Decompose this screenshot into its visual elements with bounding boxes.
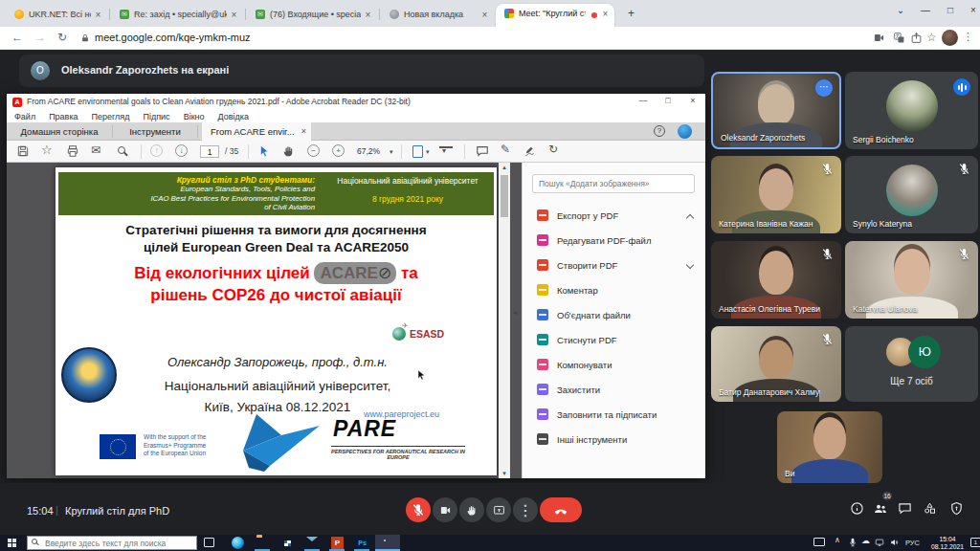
tool-compose[interactable]: Компонувати [523, 354, 706, 378]
acrobat-minimize-button[interactable]: — [631, 94, 656, 109]
start-button[interactable] [8, 539, 16, 547]
zoom-level-dropdown[interactable]: 67,2% [357, 146, 380, 156]
chat-icon[interactable] [898, 501, 912, 516]
page-number-input[interactable] [200, 145, 219, 158]
participant-tile-kazhan[interactable]: Катерина Іванівна Кажан [711, 156, 841, 233]
hand-tool-icon[interactable] [282, 144, 296, 158]
browser-profile-avatar[interactable] [942, 30, 958, 46]
fit-width-icon[interactable] [439, 146, 453, 157]
translate-icon[interactable] [893, 32, 905, 44]
tool-export-pdf[interactable]: Експорт у PDF [523, 205, 706, 229]
browser-tab-ukrnet[interactable]: UKR.NET: Всі новини України, с × [6, 5, 107, 27]
acrobat-title-bar[interactable]: A From ACARE environmental goals to Clea… [7, 94, 705, 110]
more-options-button[interactable]: ⋮ [513, 497, 538, 522]
tab-document-active[interactable]: From ACARE envir... × [202, 122, 311, 141]
chevron-up-icon[interactable] [686, 214, 694, 222]
reload-button[interactable]: ↻ [57, 31, 67, 44]
tools-search-input[interactable] [532, 174, 695, 193]
tab-close-icon[interactable]: × [228, 9, 240, 21]
document-tab-close-icon[interactable]: × [301, 122, 306, 141]
powerpoint-taskbar-icon[interactable]: P [331, 537, 344, 549]
menu-edit[interactable]: Правка [49, 112, 78, 121]
bookmark-star-icon[interactable]: ☆ [926, 31, 937, 44]
tray-mic-icon[interactable] [848, 538, 858, 547]
zoom-in-icon[interactable]: + [332, 144, 345, 157]
menu-help[interactable]: Довідка [218, 112, 249, 121]
window-maximize-button[interactable]: □ [940, 0, 961, 23]
tool-combine-files[interactable]: Об'єднати файли [523, 304, 706, 328]
action-center-icon[interactable]: 1 [970, 538, 980, 547]
participant-tile-synylo[interactable]: Synylo Kateryna [845, 156, 978, 233]
scroll-up-arrow[interactable]: ▴ [499, 164, 510, 171]
activities-icon[interactable] [923, 501, 937, 516]
raise-hand-button[interactable] [459, 497, 484, 522]
select-cursor-icon[interactable] [257, 144, 271, 158]
share-icon[interactable] [910, 32, 923, 44]
tab-tools[interactable]: Інструменти [113, 122, 197, 141]
participant-tile-sergii[interactable]: Sergii Boichenko [845, 72, 978, 149]
window-close-button[interactable]: × [963, 0, 980, 23]
browser-tab-mail-2[interactable]: ✉ (76) Входящие • specially@ukr.n × [247, 5, 377, 27]
tab-close-icon[interactable]: × [362, 9, 374, 21]
address-bar[interactable]: meet.google.com/kqe-ymkm-muz [95, 32, 251, 43]
acrobat-account-avatar[interactable] [678, 124, 692, 139]
pencil-icon[interactable]: ✎ [501, 143, 510, 156]
send-for-review-icon[interactable]: ↻ [548, 143, 558, 156]
menu-window[interactable]: Вікно [184, 112, 205, 121]
tab-close-icon[interactable]: × [599, 8, 612, 20]
next-page-icon[interactable]: ↓ [175, 144, 188, 157]
previous-page-icon[interactable]: ↑ [150, 144, 163, 157]
scrollbar-thumb[interactable] [501, 175, 508, 217]
menu-view[interactable]: Перегляд [92, 112, 130, 121]
zoom-chevron-icon[interactable]: ▾ [390, 148, 393, 156]
photoshop-taskbar-icon[interactable]: Ps [356, 537, 368, 549]
new-tab-button[interactable]: + [624, 7, 638, 21]
search-icon[interactable] [118, 146, 125, 154]
print-icon[interactable] [66, 144, 79, 158]
present-screen-button[interactable] [486, 497, 511, 522]
participant-tile-batyr[interactable]: Батир Данатарович Халмура... [711, 326, 841, 402]
tab-close-icon[interactable]: × [479, 9, 491, 21]
camera-in-use-icon[interactable] [873, 32, 885, 44]
acrobat-maximize-button[interactable]: □ [656, 94, 680, 109]
meeting-details-icon[interactable] [850, 501, 864, 516]
comment-icon[interactable] [476, 144, 489, 158]
browser-tab-meet-active[interactable]: Meet: "Круглий стіл для Ph × [496, 4, 614, 27]
tool-protect[interactable]: Захистити [523, 379, 706, 403]
edge-taskbar-icon[interactable] [232, 537, 244, 549]
fit-chevron-icon[interactable]: ▾ [426, 148, 430, 156]
zoom-out-icon[interactable]: − [307, 144, 320, 157]
language-indicator[interactable]: РУС [905, 539, 920, 547]
acrobat-close-button[interactable]: × [680, 94, 705, 109]
tool-more-tools[interactable]: Інші інструменти [523, 429, 706, 452]
browser-tab-mail-1[interactable]: ✉ Re: захід • specially@ukr.net × [111, 5, 243, 27]
tray-onedrive-icon[interactable]: ☁ [861, 536, 870, 545]
taskbar-clock[interactable]: 15:04 08.12.2021 [926, 536, 969, 550]
tool-fill-sign[interactable]: Заповнити та підписати [523, 404, 706, 428]
task-view-button[interactable] [204, 538, 214, 547]
browser-menu-icon[interactable]: ⋮ [963, 31, 973, 43]
more-participants-tile[interactable]: Ю Ще 7 осіб [845, 326, 978, 402]
chevron-down-icon[interactable] [686, 261, 694, 269]
vertical-scrollbar[interactable]: ▴ ▾ [499, 163, 510, 478]
browser-tab-newtab[interactable]: Новая вкладка × [381, 5, 494, 27]
participant-tile-ulanova[interactable]: Kateryna Ulanova [845, 241, 978, 319]
menu-sign[interactable]: Підпис [144, 112, 170, 121]
tab-search-chevron-icon[interactable]: ⌄ [890, 0, 911, 23]
mic-toggle-button[interactable] [406, 497, 431, 522]
tray-device-icon[interactable] [813, 538, 825, 546]
email-icon[interactable]: ✉ [91, 143, 100, 157]
tray-network-icon[interactable] [875, 538, 884, 547]
tab-home[interactable]: Домашня сторінка [7, 122, 112, 141]
tab-close-icon[interactable]: × [92, 9, 104, 21]
participant-tile-oleksandr[interactable]: ⋯ Oleksandr Zaporozhets [711, 72, 841, 149]
back-button[interactable]: ← [11, 31, 23, 44]
taskbar-search-input[interactable] [27, 536, 197, 550]
hidden-icons-chevron[interactable]: ∧ [835, 536, 840, 544]
self-view-tile[interactable]: Ви [777, 411, 882, 483]
tool-edit-pdf[interactable]: Редагувати PDF-файл [523, 230, 706, 253]
fit-page-icon[interactable] [412, 145, 423, 158]
menu-file[interactable]: Файл [14, 112, 35, 121]
fill-sign-icon[interactable] [523, 144, 537, 158]
tool-create-pdf[interactable]: Створити PDF [523, 254, 706, 278]
